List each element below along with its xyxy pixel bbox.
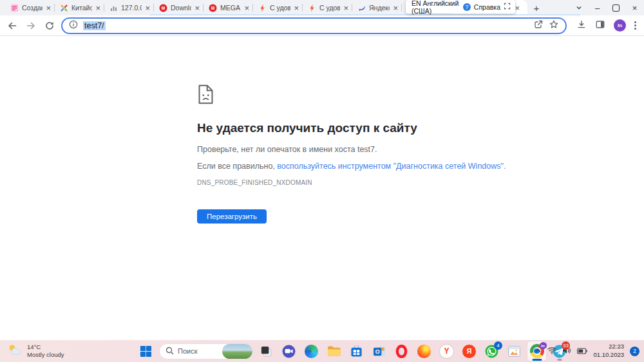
tab-sudovo-1[interactable]: С удово × [253, 0, 303, 15]
outlook-button[interactable]: O [370, 341, 388, 361]
chart-favicon [109, 4, 118, 12]
minimize-button[interactable]: – [588, 0, 607, 15]
reload-button[interactable] [43, 19, 57, 33]
tab-close-icon[interactable]: × [95, 4, 100, 12]
taskbar-search[interactable]: Поиск [159, 343, 253, 359]
help-link[interactable]: Справка [474, 3, 500, 11]
start-button[interactable] [137, 341, 155, 361]
tab-yandex[interactable]: Яндекс × [352, 0, 402, 15]
lightning-favicon [258, 4, 267, 12]
tab-close-icon[interactable]: × [515, 4, 520, 12]
whatsapp-badge: 4 [494, 341, 502, 350]
tab-mega[interactable]: M MEGA × [204, 0, 253, 15]
photo-app-button[interactable] [505, 341, 524, 361]
tab-sozdanie[interactable]: Создани × [5, 0, 55, 15]
yandex-browser-button[interactable]: Y [437, 341, 456, 361]
system-tray: 22:23 01.10.2023 2 [535, 340, 639, 362]
yandex-browser-favicon [357, 4, 366, 12]
weather-icon [6, 343, 23, 359]
tab-search-chevron-icon[interactable] [569, 0, 588, 15]
tab-strip: Создани × Китайск × 127.0.0.1 × M Downlo… [0, 0, 644, 15]
tab-close-icon[interactable]: × [343, 4, 348, 12]
language-indicator[interactable]: EN Английский (США) [412, 0, 460, 15]
weather-temperature: 14°C [27, 343, 41, 350]
restore-layout-icon[interactable] [504, 3, 511, 11]
new-tab-button[interactable]: + [527, 0, 545, 15]
maximize-icon [612, 5, 620, 12]
forward-button[interactable] [24, 19, 38, 33]
wifi-icon[interactable] [547, 345, 556, 357]
url-text-selected: test7/ [83, 21, 106, 30]
error-line-2: Если все правильно, воспользуйтесь инстр… [197, 162, 506, 171]
tab-label: Яндекс [369, 4, 390, 12]
tab-label: С удово [319, 4, 340, 12]
microsoft-store-button[interactable] [347, 341, 366, 361]
error-line-1: Проверьте, нет ли опечаток в имени хоста… [197, 145, 377, 154]
yandex-button[interactable]: Я [460, 341, 478, 361]
tab-label: Китайск [71, 4, 92, 12]
reload-page-button[interactable]: Перезагрузить [197, 209, 267, 224]
sad-file-icon [197, 84, 214, 107]
error-page: Не удается получить доступ к сайту Прове… [0, 37, 644, 340]
edge-icon [305, 345, 318, 358]
search-placeholder: Поиск [178, 347, 197, 355]
weather-widget[interactable]: 14°C Mostly cloudy [6, 340, 64, 362]
address-bar[interactable]: test7/ [61, 17, 567, 34]
back-button[interactable] [5, 19, 19, 33]
tab-close-icon[interactable]: × [294, 4, 299, 12]
bookmark-star-icon[interactable] [549, 19, 559, 32]
lightning-favicon [308, 4, 316, 12]
battery-icon[interactable] [577, 345, 587, 357]
file-explorer-button[interactable] [325, 341, 343, 361]
notification-count-badge[interactable]: 2 [630, 347, 639, 356]
help-icon: ? [463, 3, 471, 11]
clock[interactable]: 22:23 01.10.2023 [593, 343, 624, 359]
whatsapp-button[interactable]: 4 [482, 341, 501, 361]
tab-close-icon[interactable]: × [145, 4, 150, 12]
downloads-icon[interactable] [576, 19, 587, 32]
tab-kitaysk[interactable]: Китайск × [55, 0, 104, 15]
tray-chevron-icon[interactable] [535, 345, 542, 357]
error-title: Не удается получить доступ к сайту [197, 121, 417, 135]
edge-button[interactable] [302, 341, 321, 361]
tab-close-icon[interactable]: × [194, 4, 200, 12]
yandex-icon: Я [462, 345, 476, 358]
share-icon[interactable] [533, 19, 544, 32]
browser-menu-icon[interactable] [634, 21, 636, 30]
tab-label: 127.0.0.1 [121, 4, 142, 12]
mega-favicon: M [159, 4, 167, 12]
tab-label: Downloa [171, 4, 191, 12]
task-view-button[interactable] [257, 341, 276, 361]
tab-label: MEGA [220, 4, 241, 12]
window-controls: – × [569, 0, 644, 15]
screen: Создани × Китайск × 127.0.0.1 × M Downlo… [0, 0, 644, 362]
svg-text:O: O [375, 348, 379, 355]
tab-127001[interactable]: 127.0.0.1 × [104, 0, 154, 15]
site-info-icon[interactable] [69, 20, 78, 32]
tab-close-icon[interactable]: × [46, 4, 51, 12]
telegram-badge: 33 [562, 341, 570, 350]
taskbar-center: Поиск O Y Я 4 In [137, 341, 569, 361]
svg-text:M: M [211, 6, 214, 10]
side-panel-icon[interactable] [595, 19, 605, 32]
search-highlight-image[interactable] [222, 344, 252, 359]
toolbar-right-group: In [571, 19, 639, 32]
firefox-icon [417, 345, 431, 358]
error-line-2-prefix: Если все правильно, [197, 162, 277, 171]
network-diagnostics-link[interactable]: воспользуйтесь инструментом "Диагностика… [277, 162, 506, 171]
chat-button[interactable] [279, 341, 298, 361]
tab-close-icon[interactable]: × [244, 4, 249, 12]
firefox-button[interactable] [415, 341, 433, 361]
maximize-button[interactable] [607, 0, 625, 15]
close-window-button[interactable]: × [625, 0, 644, 15]
mega-favicon: M [209, 4, 217, 12]
tab-sudovo-2[interactable]: С удово × [303, 0, 352, 15]
opera-button[interactable] [392, 341, 411, 361]
profile-avatar[interactable]: In [614, 19, 626, 32]
taskbar: 14°C Mostly cloudy Поиск O Y Я 4 [0, 340, 644, 362]
weather-condition: Mostly cloudy [27, 351, 64, 358]
tab-close-icon[interactable]: × [393, 4, 398, 12]
clock-date: 01.10.2023 [593, 351, 624, 358]
search-icon [166, 347, 174, 356]
tab-download[interactable]: M Downloa × [154, 0, 204, 15]
